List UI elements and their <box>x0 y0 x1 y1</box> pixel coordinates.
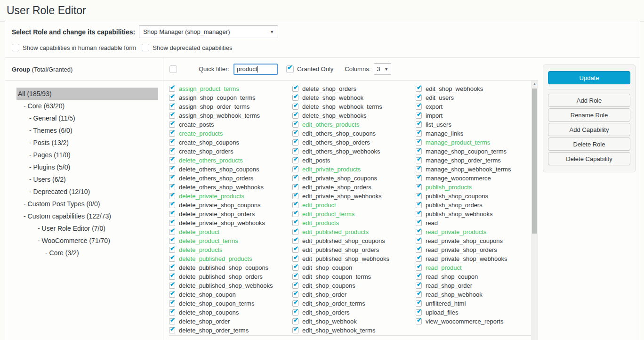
rename-role-button[interactable]: Rename Role <box>548 108 630 121</box>
capability-checkbox[interactable]: ✔ <box>416 318 422 324</box>
capability-checkbox[interactable]: ✔ <box>416 229 422 235</box>
capability-checkbox[interactable]: ✔ <box>292 238 298 244</box>
capability-checkbox[interactable]: ✔ <box>169 211 175 217</box>
capability-checkbox[interactable]: ✔ <box>292 166 298 172</box>
capability-checkbox[interactable]: ✔ <box>292 113 298 119</box>
capability-checkbox[interactable]: ✔ <box>292 175 298 181</box>
capability-checkbox[interactable]: ✔ <box>292 318 298 324</box>
capability-checkbox[interactable]: ✔ <box>416 220 422 226</box>
delete-role-button[interactable]: Delete Role <box>548 138 630 151</box>
add-capability-button[interactable]: Add Capability <box>548 123 630 136</box>
capability-checkbox[interactable]: ✔ <box>169 300 175 307</box>
capability-checkbox[interactable]: ✔ <box>169 95 175 101</box>
capability-checkbox[interactable]: ✔ <box>416 256 422 262</box>
group-tree-item[interactable]: - Users (6/2) <box>5 173 163 186</box>
capability-checkbox[interactable]: ✔ <box>416 238 422 244</box>
capability-checkbox[interactable]: ✔ <box>416 211 422 217</box>
capability-checkbox[interactable]: ✔ <box>416 274 422 280</box>
capability-checkbox[interactable]: ✔ <box>292 247 298 253</box>
capability-checkbox[interactable]: ✔ <box>169 202 175 208</box>
delete-capability-button[interactable]: Delete Capability <box>548 152 630 165</box>
granted-only-checkbox[interactable]: ✔ <box>286 65 294 73</box>
capability-checkbox[interactable]: ✔ <box>292 184 298 190</box>
capability-checkbox[interactable]: ✔ <box>416 104 422 110</box>
group-tree-item[interactable]: - WooCommerce (71/70) <box>5 235 163 247</box>
capability-checkbox[interactable]: ✔ <box>292 211 298 217</box>
capability-checkbox[interactable]: ✔ <box>416 139 422 146</box>
scrollbar-thumb[interactable] <box>532 89 537 234</box>
capability-checkbox[interactable]: ✔ <box>292 283 298 289</box>
capability-checkbox[interactable]: ✔ <box>416 157 422 163</box>
group-tree-item[interactable]: - Plugins (5/0) <box>5 161 163 173</box>
capability-checkbox[interactable]: ✔ <box>169 139 175 146</box>
capability-checkbox[interactable]: ✔ <box>416 148 422 154</box>
capability-checkbox[interactable]: ✔ <box>416 184 422 190</box>
capability-checkbox[interactable]: ✔ <box>292 309 298 316</box>
capability-checkbox[interactable]: ✔ <box>416 265 422 271</box>
capability-checkbox[interactable]: ✔ <box>292 300 298 307</box>
capability-checkbox[interactable]: ✔ <box>169 113 175 119</box>
capability-checkbox[interactable]: ✔ <box>292 193 298 199</box>
capability-checkbox[interactable]: ✔ <box>169 274 175 280</box>
capability-checkbox[interactable]: ✔ <box>169 247 175 253</box>
capability-checkbox[interactable]: ✔ <box>292 202 298 208</box>
group-tree-item[interactable]: - Deprecated (12/10) <box>5 186 163 198</box>
group-tree-item[interactable]: - Core (63/20) <box>5 100 163 112</box>
capability-checkbox[interactable]: ✔ <box>292 256 298 262</box>
scrollbar[interactable]: ▲ <box>531 81 538 340</box>
capability-checkbox[interactable]: ✔ <box>169 86 175 92</box>
capability-checkbox[interactable]: ✔ <box>169 175 175 181</box>
capability-checkbox[interactable]: ✔ <box>416 283 422 289</box>
capability-checkbox[interactable]: ✔ <box>416 309 422 316</box>
capability-checkbox[interactable]: ✔ <box>169 166 175 172</box>
capability-checkbox[interactable]: ✔ <box>292 265 298 271</box>
capability-checkbox[interactable]: ✔ <box>169 265 175 271</box>
capability-checkbox[interactable]: ✔ <box>416 193 422 199</box>
capability-checkbox[interactable]: ✔ <box>169 130 175 137</box>
capability-checkbox[interactable]: ✔ <box>416 95 422 101</box>
capability-checkbox[interactable]: ✔ <box>292 291 298 298</box>
capability-checkbox[interactable]: ✔ <box>169 229 175 235</box>
group-tree-item[interactable]: - Posts (13/2) <box>5 137 163 149</box>
group-tree-item[interactable]: - Core (3/2) <box>5 247 163 259</box>
capability-checkbox[interactable]: ✔ <box>292 220 298 226</box>
capability-checkbox[interactable]: ✔ <box>416 300 422 307</box>
human-readable-checkbox[interactable] <box>12 44 19 51</box>
capability-checkbox[interactable]: ✔ <box>416 130 422 137</box>
group-tree-item[interactable]: All (185/93) <box>16 88 158 100</box>
quick-filter-input[interactable]: product <box>233 64 278 75</box>
update-button[interactable]: Update <box>548 71 630 84</box>
add-role-button[interactable]: Add Role <box>548 94 630 107</box>
capability-checkbox[interactable]: ✔ <box>169 238 175 244</box>
capability-checkbox[interactable]: ✔ <box>169 283 175 289</box>
capability-checkbox[interactable]: ✔ <box>169 291 175 298</box>
deprecated-checkbox[interactable] <box>142 44 149 51</box>
capability-checkbox[interactable]: ✔ <box>169 121 175 128</box>
capability-checkbox[interactable]: ✔ <box>169 220 175 226</box>
capability-checkbox[interactable]: ✔ <box>416 175 422 181</box>
capability-checkbox[interactable]: ✔ <box>292 157 298 163</box>
capability-checkbox[interactable]: ✔ <box>292 148 298 154</box>
capability-checkbox[interactable]: ✔ <box>292 86 298 92</box>
capability-checkbox[interactable]: ✔ <box>416 121 422 128</box>
columns-select[interactable]: 3 ▼ <box>374 63 391 75</box>
capability-checkbox[interactable]: ✔ <box>292 130 298 137</box>
scroll-up-arrow-icon[interactable]: ▲ <box>531 81 538 88</box>
capability-checkbox[interactable]: ✔ <box>292 274 298 280</box>
capability-checkbox[interactable]: ✔ <box>416 202 422 208</box>
capability-checkbox[interactable]: ✔ <box>416 86 422 92</box>
capability-checkbox[interactable]: ✔ <box>169 193 175 199</box>
select-all-checkbox[interactable] <box>169 65 177 73</box>
capability-checkbox[interactable]: ✔ <box>416 166 422 172</box>
capability-checkbox[interactable]: ✔ <box>292 104 298 110</box>
group-tree-item[interactable]: - User Role Editor (7/0) <box>5 222 163 235</box>
group-tree-item[interactable]: - Themes (6/0) <box>5 124 163 137</box>
capability-checkbox[interactable]: ✔ <box>169 157 175 163</box>
capability-checkbox[interactable]: ✔ <box>292 139 298 146</box>
capability-checkbox[interactable]: ✔ <box>169 309 175 316</box>
group-tree-item[interactable]: - Custom capabilities (122/73) <box>5 210 163 222</box>
capability-checkbox[interactable]: ✔ <box>169 184 175 190</box>
capability-checkbox[interactable]: ✔ <box>169 104 175 110</box>
capability-checkbox[interactable]: ✔ <box>169 327 175 333</box>
capability-checkbox[interactable]: ✔ <box>169 148 175 154</box>
